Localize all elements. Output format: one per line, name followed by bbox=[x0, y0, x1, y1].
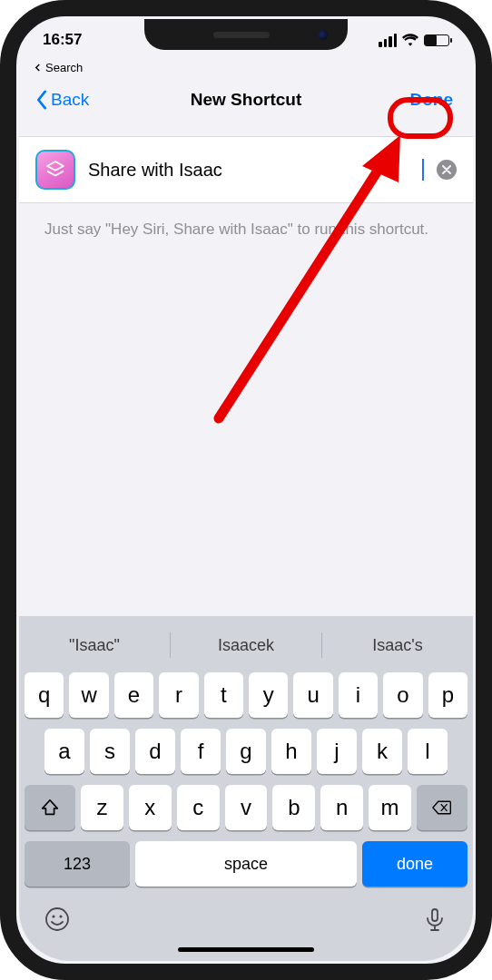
breadcrumb-label: Search bbox=[45, 61, 83, 74]
breadcrumb-back-to-app[interactable]: Search bbox=[19, 61, 473, 78]
key-a[interactable]: a bbox=[44, 729, 84, 774]
key-k[interactable]: k bbox=[362, 729, 402, 774]
siri-hint-text: Just say "Hey Siri, Share with Isaac" to… bbox=[19, 203, 473, 240]
key-m[interactable]: m bbox=[369, 785, 411, 830]
clear-text-button[interactable] bbox=[437, 160, 457, 180]
key-h[interactable]: h bbox=[271, 729, 311, 774]
shortcut-glyph-icon[interactable] bbox=[35, 150, 75, 190]
backspace-key[interactable] bbox=[417, 785, 467, 830]
svg-point-4 bbox=[59, 915, 62, 917]
battery-icon bbox=[424, 34, 449, 46]
key-o[interactable]: o bbox=[383, 672, 422, 718]
key-j[interactable]: j bbox=[317, 729, 357, 774]
key-g[interactable]: g bbox=[226, 729, 266, 774]
key-f[interactable]: f bbox=[181, 729, 221, 774]
key-q[interactable]: q bbox=[25, 672, 64, 718]
predictive-row: "Isaac" Isaacek Isaac's bbox=[19, 623, 473, 667]
shift-key[interactable] bbox=[25, 785, 75, 830]
software-keyboard: "Isaac" Isaacek Isaac's qwertyuiop asdfg… bbox=[19, 616, 473, 961]
key-t[interactable]: t bbox=[204, 672, 243, 718]
home-indicator[interactable] bbox=[178, 947, 314, 952]
front-camera bbox=[318, 30, 328, 40]
shortcut-name-input[interactable]: Share with Isaac bbox=[88, 160, 421, 181]
svg-point-3 bbox=[52, 915, 54, 917]
key-x[interactable]: x bbox=[129, 785, 172, 830]
device-notch bbox=[144, 19, 348, 50]
key-d[interactable]: d bbox=[135, 729, 175, 774]
text-caret bbox=[422, 159, 424, 181]
dictation-key-icon[interactable] bbox=[422, 906, 448, 932]
back-button-label: Back bbox=[51, 90, 89, 110]
key-v[interactable]: v bbox=[225, 785, 268, 830]
suggestion-1[interactable]: "Isaac" bbox=[19, 636, 170, 655]
key-n[interactable]: n bbox=[320, 785, 363, 830]
key-z[interactable]: z bbox=[81, 785, 123, 830]
space-key[interactable]: space bbox=[135, 841, 357, 887]
key-r[interactable]: r bbox=[159, 672, 198, 718]
key-c[interactable]: c bbox=[177, 785, 220, 830]
key-b[interactable]: b bbox=[272, 785, 315, 830]
emoji-key-icon[interactable] bbox=[44, 906, 70, 932]
done-button[interactable]: Done bbox=[407, 88, 458, 112]
key-w[interactable]: w bbox=[69, 672, 108, 718]
svg-point-2 bbox=[46, 908, 68, 930]
key-l[interactable]: l bbox=[408, 729, 448, 774]
suggestion-3[interactable]: Isaac's bbox=[322, 636, 473, 655]
key-y[interactable]: y bbox=[249, 672, 288, 718]
back-button[interactable]: Back bbox=[35, 90, 89, 110]
navigation-bar: Back New Shortcut Done bbox=[19, 78, 473, 122]
key-i[interactable]: i bbox=[339, 672, 378, 718]
key-s[interactable]: s bbox=[90, 729, 130, 774]
key-e[interactable]: e bbox=[114, 672, 153, 718]
key-u[interactable]: u bbox=[293, 672, 332, 718]
svg-rect-5 bbox=[432, 909, 438, 921]
wifi-icon bbox=[402, 34, 418, 46]
shortcut-name-row: Share with Isaac bbox=[19, 136, 473, 203]
keyboard-done-key[interactable]: done bbox=[362, 841, 467, 887]
status-time: 16:57 bbox=[43, 31, 82, 49]
page-title: New Shortcut bbox=[191, 90, 301, 110]
suggestion-2[interactable]: Isaacek bbox=[171, 636, 321, 655]
numbers-key[interactable]: 123 bbox=[25, 841, 130, 887]
key-p[interactable]: p bbox=[428, 672, 467, 718]
cellular-signal-icon bbox=[379, 34, 397, 47]
